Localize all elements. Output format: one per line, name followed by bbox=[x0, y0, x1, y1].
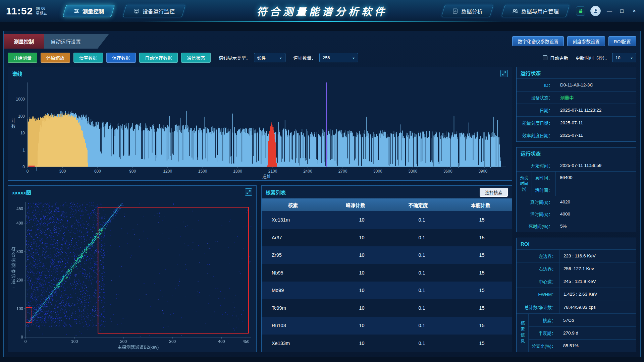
display-type-select[interactable]: 线性 ∨ bbox=[254, 53, 285, 62]
auto-update-checkbox[interactable] bbox=[543, 55, 547, 60]
svg-text:1200: 1200 bbox=[163, 169, 172, 174]
nuclide-info-row: 核素： 57Co bbox=[529, 314, 636, 326]
top-nav-item[interactable]: 数据与用户管理 bbox=[501, 5, 570, 17]
nuclide-list-title: 核素列表 bbox=[266, 189, 286, 196]
table-row[interactable]: Zr95 10 0.1 15 bbox=[262, 246, 512, 264]
table-row[interactable]: Ru103 10 0.1 15 bbox=[262, 317, 512, 335]
svg-text:计: 计 bbox=[11, 118, 15, 123]
tab-strip-tail bbox=[88, 34, 109, 49]
expand-icon[interactable] bbox=[500, 70, 508, 77]
peak-net-count-cell: 10 bbox=[332, 341, 392, 346]
top-nav-item[interactable]: 数据分析 bbox=[441, 5, 493, 17]
nuclide-table-header: 核素 峰净计数 不确定度 本底计数 bbox=[262, 198, 512, 211]
top-nav-item[interactable]: 测量控制 bbox=[62, 5, 115, 17]
toolbar: 开始测量 还原缩放 清空数据 保存数据 自动保存数据 通信状态 谱线显示类型： … bbox=[4, 49, 640, 67]
table-row[interactable]: Ar37 10 0.1 15 bbox=[262, 229, 512, 247]
roi-panel-title: ROI bbox=[517, 238, 636, 249]
main-container: 测量控制 自动运行设置 数字化谱仪参数设置 刻度参数设置 ROI配置 开 bbox=[3, 31, 641, 357]
status-value: 2025-07-11 11:56:59 bbox=[556, 159, 636, 171]
svg-text:1500: 1500 bbox=[198, 169, 207, 174]
settings-button[interactable]: 数字化谱仪参数设置 bbox=[512, 36, 564, 46]
uncertainty-cell: 0.1 bbox=[392, 217, 452, 223]
status-label: 活时间(s)： bbox=[517, 208, 556, 220]
top-nav-item[interactable]: 设备运行监控 bbox=[122, 5, 185, 17]
uncertainty-cell: 0.1 bbox=[392, 305, 452, 311]
close-button[interactable]: × bbox=[631, 8, 638, 14]
spectrum-panel: 谱线 0110100100003006009001200150018002100… bbox=[8, 67, 512, 181]
nuclide-table-body: Xe131m 10 0.1 15 Ar37 10 0.1 bbox=[262, 211, 512, 352]
svg-text:0: 0 bbox=[22, 165, 25, 169]
connection-lock-icon[interactable] bbox=[576, 6, 585, 16]
svg-text:1: 1 bbox=[22, 148, 25, 153]
dropdown-arrow-icon: ∨ bbox=[630, 56, 633, 60]
peak-net-count-cell: 10 bbox=[332, 288, 392, 293]
roi-value: 1.425 : 2.63 KeV bbox=[559, 288, 636, 300]
sliders-icon bbox=[73, 8, 79, 14]
settings-button[interactable]: 刻度参数设置 bbox=[567, 36, 605, 46]
roi-label: 左边界： bbox=[517, 250, 559, 262]
roi-value: 245 : 121.9 KeV bbox=[559, 275, 636, 288]
update-interval-select[interactable]: 10 ∨ bbox=[612, 53, 636, 62]
coincidence-plot-panel: xxxxx图 bbox=[8, 185, 257, 352]
action-button[interactable]: 还原缩放 bbox=[41, 53, 70, 63]
top-nav-label: 测量控制 bbox=[83, 7, 104, 15]
action-button[interactable]: 开始测量 bbox=[8, 53, 37, 63]
preset-time-block: 预设时间(s) 真时间： 86400 活时间： bbox=[517, 171, 636, 196]
status-value: 2025-07-11 bbox=[556, 129, 636, 141]
nuclide-info-row-label: 半衰期： bbox=[529, 327, 559, 339]
table-row[interactable]: Mo99 10 0.1 15 bbox=[262, 282, 512, 299]
select-nuclide-button[interactable]: 选择核素 bbox=[480, 188, 508, 197]
minimize-button[interactable]: — bbox=[606, 8, 613, 14]
action-button[interactable]: 通信状态 bbox=[181, 53, 211, 63]
table-row[interactable]: Xe131m 10 0.1 15 bbox=[262, 211, 512, 229]
top-nav-label: 数据分析 bbox=[461, 7, 483, 15]
svg-text:数: 数 bbox=[11, 124, 15, 129]
status-row: ID： D0-11-A9-12-3C bbox=[517, 78, 636, 91]
table-row[interactable]: Tc99m 10 0.1 15 bbox=[262, 299, 512, 317]
app-window: 11:52 06-06 星期五 测量控制 设备运行监控 bbox=[0, 0, 644, 362]
svg-text:10: 10 bbox=[20, 131, 25, 135]
uncertainty-cell: 0.1 bbox=[392, 323, 452, 328]
table-row[interactable]: Xe133m 10 0.1 15 bbox=[262, 335, 512, 352]
nuclide-info-row-value: 85.51% bbox=[559, 340, 636, 352]
action-button[interactable]: 清空数据 bbox=[73, 53, 103, 63]
tab[interactable]: 测量控制 bbox=[4, 34, 44, 49]
svg-text:2700: 2700 bbox=[338, 169, 347, 174]
nuclide-info-block: 核素信息 核素： 57Co 半衰期： 27 bbox=[517, 313, 636, 352]
coincidence-chart[interactable] bbox=[8, 198, 256, 352]
roi-label: 右边界： bbox=[517, 262, 559, 275]
chart-icon bbox=[452, 8, 458, 14]
user-avatar-icon[interactable] bbox=[590, 6, 601, 16]
nuclide-name-cell: Xe131m bbox=[262, 217, 332, 223]
action-button[interactable]: 保存数据 bbox=[106, 53, 136, 63]
roi-row: 中心道： 245 : 121.9 KeV bbox=[517, 275, 636, 288]
spectrum-panel-title: 谱线 bbox=[12, 70, 22, 77]
status-row: 效率刻度日期： 2025-07-11 bbox=[517, 129, 636, 141]
peak-net-count-cell: 10 bbox=[332, 217, 392, 223]
nuclide-name-cell: Nb95 bbox=[262, 270, 332, 276]
svg-text:3900: 3900 bbox=[478, 169, 487, 174]
tab[interactable]: 自动运行设置 bbox=[44, 34, 88, 49]
action-button[interactable]: 自动保存数据 bbox=[139, 53, 178, 63]
svg-text:2400: 2400 bbox=[303, 169, 312, 174]
channel-count-select[interactable]: 256 ∨ bbox=[319, 53, 358, 62]
svg-text:3600: 3600 bbox=[443, 169, 452, 174]
peak-net-count-cell: 10 bbox=[332, 305, 392, 311]
time-display: 11:52 bbox=[6, 5, 33, 17]
column-header: 本底计数 bbox=[449, 201, 512, 208]
svg-text:900: 900 bbox=[129, 169, 136, 174]
table-row[interactable]: Nb95 10 0.1 15 bbox=[262, 264, 512, 282]
status-value: 86400 bbox=[556, 172, 636, 184]
content-area: 谱线 0110100100003006009001200150018002100… bbox=[4, 67, 640, 357]
nuclide-name-cell: Zr95 bbox=[262, 252, 332, 258]
expand-icon[interactable] bbox=[245, 188, 252, 196]
app-title: 符合测量能谱分析软件 bbox=[257, 3, 387, 18]
status-label: 真时间： bbox=[532, 172, 556, 184]
run-status-title: 运行状态 bbox=[517, 147, 636, 159]
status-row: 活时间(s)： 4000 bbox=[517, 208, 636, 220]
status-value: D0-11-A9-12-3C bbox=[556, 79, 636, 91]
settings-button[interactable]: ROI配置 bbox=[608, 36, 636, 46]
spectrum-chart[interactable]: 0110100100003006009001200150018002100240… bbox=[8, 80, 512, 180]
status-value: 4000 bbox=[556, 208, 636, 220]
maximize-button[interactable]: □ bbox=[618, 8, 626, 14]
